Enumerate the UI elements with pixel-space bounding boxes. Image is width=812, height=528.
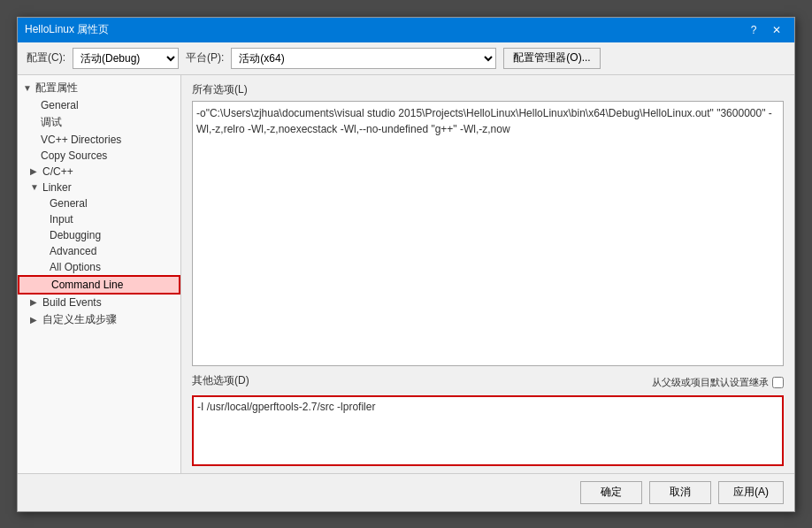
- expand-icon-config: ▼: [23, 83, 35, 93]
- toolbar: 配置(C): 活动(Debug) 平台(P): 活动(x64) 配置管理器(O)…: [18, 42, 794, 75]
- apply-button[interactable]: 应用(A): [718, 481, 784, 504]
- other-options-text: -I /usr/local/gperftools-2.7/src -lprofi…: [197, 401, 375, 413]
- platform-select[interactable]: 活动(x64): [231, 48, 496, 69]
- expand-icon-linker: ▼: [30, 182, 42, 192]
- right-panel: 所有选项(L) -o"C:\Users\zjhua\documents\visu…: [181, 75, 794, 473]
- sidebar-item-build-events[interactable]: ▶ Build Events: [18, 295, 180, 310]
- expand-icon-custom-build: ▶: [30, 315, 42, 325]
- other-options-header: 其他选项(D) 从父级或项目默认设置继承: [192, 373, 784, 392]
- title-bar: HelloLinux 属性页 ? ✕: [18, 18, 794, 42]
- sidebar-item-linker-debugging[interactable]: Debugging: [18, 227, 180, 243]
- sidebar-item-config-props[interactable]: ▼ 配置属性: [18, 79, 180, 97]
- sidebar-item-debug[interactable]: 调试: [18, 113, 180, 132]
- sidebar-item-linker-input[interactable]: Input: [18, 211, 180, 227]
- config-label: 配置(C):: [27, 50, 65, 65]
- help-button[interactable]: ?: [743, 21, 764, 39]
- expand-icon-build-events: ▶: [30, 297, 42, 307]
- dialog-window: HelloLinux 属性页 ? ✕ 配置(C): 活动(Debug) 平台(P…: [17, 17, 795, 512]
- cancel-button[interactable]: 取消: [649, 481, 711, 504]
- sidebar-item-label: Linker: [42, 181, 72, 194]
- sidebar-item-label: 自定义生成步骤: [42, 312, 117, 327]
- dialog-footer: 确定 取消 应用(A): [18, 473, 794, 511]
- sidebar-item-linker-all-options[interactable]: All Options: [18, 259, 180, 275]
- other-options-label: 其他选项(D): [192, 373, 249, 388]
- ok-button[interactable]: 确定: [580, 481, 642, 504]
- platform-label: 平台(P):: [186, 50, 224, 65]
- all-options-text: -o"C:\Users\zjhua\documents\visual studi…: [196, 107, 772, 135]
- sidebar-item-linker-advanced[interactable]: Advanced: [18, 243, 180, 259]
- sidebar-item-custom-build[interactable]: ▶ 自定义生成步骤: [18, 310, 180, 329]
- sidebar-item-label: Build Events: [42, 296, 102, 309]
- inherit-checkbox[interactable]: [772, 377, 784, 388]
- all-options-area[interactable]: -o"C:\Users\zjhua\documents\visual studi…: [192, 101, 784, 366]
- sidebar-item-linker-command-line[interactable]: Command Line: [18, 275, 180, 295]
- inherit-text: 从父级或项目默认设置继承: [652, 376, 769, 389]
- config-manager-button[interactable]: 配置管理器(O)...: [503, 48, 600, 69]
- main-content: ▼ 配置属性 General 调试 VC++ Directories Copy …: [18, 75, 794, 473]
- title-bar-controls: ? ✕: [743, 21, 787, 39]
- sidebar-item-linker[interactable]: ▼ Linker: [18, 180, 180, 195]
- sidebar: ▼ 配置属性 General 调试 VC++ Directories Copy …: [18, 75, 181, 473]
- other-options-area[interactable]: -I /usr/local/gperftools-2.7/src -lprofi…: [192, 395, 784, 466]
- all-options-label: 所有选项(L): [192, 82, 784, 97]
- dialog-title: HelloLinux 属性页: [25, 22, 109, 37]
- close-button[interactable]: ✕: [766, 21, 787, 39]
- sidebar-item-vc-directories[interactable]: VC++ Directories: [18, 132, 180, 148]
- sidebar-item-c-cpp[interactable]: ▶ C/C++: [18, 164, 180, 180]
- sidebar-item-copy-sources[interactable]: Copy Sources: [18, 148, 180, 164]
- sidebar-item-general[interactable]: General: [18, 97, 180, 113]
- sidebar-item-linker-general[interactable]: General: [18, 195, 180, 211]
- expand-icon-ccpp: ▶: [30, 166, 42, 176]
- bottom-row: 其他选项(D) 从父级或项目默认设置继承 -I /usr/local/gperf…: [192, 373, 784, 466]
- sidebar-item-label: C/C++: [42, 165, 73, 178]
- inherit-row: 从父级或项目默认设置继承: [652, 376, 784, 389]
- sidebar-item-label: 配置属性: [35, 80, 78, 96]
- config-select[interactable]: 活动(Debug): [73, 48, 179, 69]
